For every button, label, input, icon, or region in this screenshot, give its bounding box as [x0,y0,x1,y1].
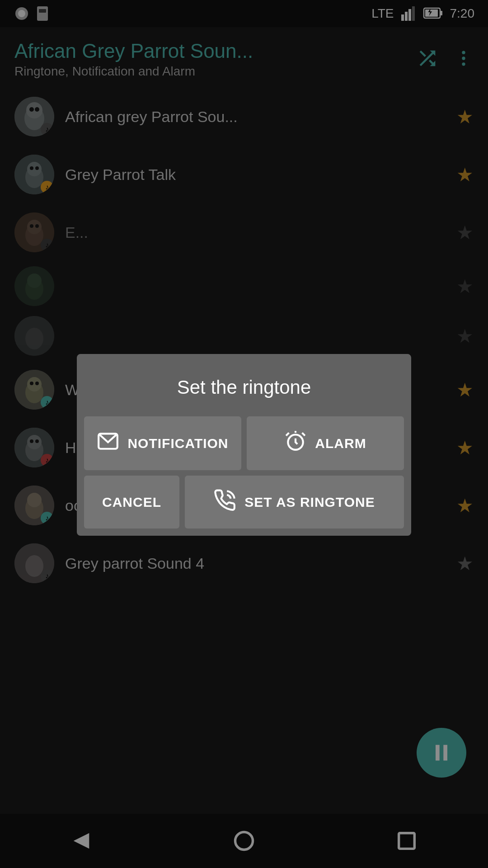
alarm-button[interactable]: ALARM [247,416,404,470]
cancel-button[interactable]: CANCEL [84,476,179,528]
set-ringtone-dialog: Set the ringtone NOTIFICATION [77,354,411,536]
alarm-icon [284,430,307,457]
dialog-row2: CANCEL SET AS RINGTONE [77,476,411,536]
alarm-label: ALARM [315,436,366,451]
notification-icon [97,430,119,457]
cancel-label: CANCEL [102,495,161,509]
ringtone-icon [214,489,236,515]
set-ringtone-label: SET AS RINGTONE [244,495,375,510]
dialog-row1: NOTIFICATION ALARM [77,416,411,470]
set-ringtone-button[interactable]: SET AS RINGTONE [185,476,404,528]
notification-label: NOTIFICATION [127,436,228,451]
dialog-title: Set the ringtone [77,354,411,416]
notification-button[interactable]: NOTIFICATION [84,416,241,470]
